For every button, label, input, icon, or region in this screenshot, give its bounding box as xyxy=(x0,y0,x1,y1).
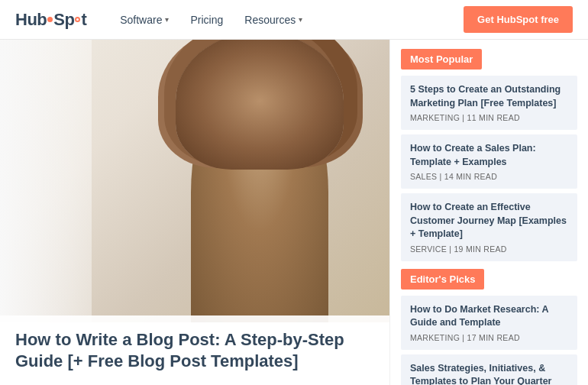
most-popular-section: Most Popular 5 Steps to Create an Outsta… xyxy=(401,49,577,261)
hero-image xyxy=(0,40,389,322)
main-content: How to Write a Blog Post: A Step-by-Step… xyxy=(0,40,588,385)
nav-item-resources[interactable]: Resources ▾ xyxy=(234,0,313,40)
sidebar-card-4[interactable]: How to Do Market Research: A Guide and T… xyxy=(401,296,577,350)
get-hubspot-free-button[interactable]: Get HubSpot free xyxy=(464,6,573,33)
hero-caption: How to Write a Blog Post: A Step-by-Step… xyxy=(0,315,389,385)
editors-picks-label: Editor's Picks xyxy=(401,269,484,290)
sidebar-card-2[interactable]: How to Create a Sales Plan: Template + E… xyxy=(401,134,577,189)
window-light xyxy=(0,40,92,322)
sidebar: Most Popular 5 Steps to Create an Outsta… xyxy=(389,40,588,385)
sidebar-card-3[interactable]: How to Create an Effective Customer Jour… xyxy=(401,193,577,261)
sidebar-card-5-title: Sales Strategies, Initiatives, & Templat… xyxy=(410,362,568,386)
sidebar-card-4-meta: MARKETING | 17 MIN READ xyxy=(410,333,568,342)
nav-item-software[interactable]: Software ▾ xyxy=(109,0,179,40)
sidebar-card-5[interactable]: Sales Strategies, Initiatives, & Templat… xyxy=(401,354,577,386)
sidebar-card-4-title: How to Do Market Research: A Guide and T… xyxy=(410,303,568,330)
sidebar-card-1-meta: MARKETING | 11 MIN READ xyxy=(410,113,568,122)
hero-section[interactable]: How to Write a Blog Post: A Step-by-Step… xyxy=(0,40,389,385)
most-popular-label: Most Popular xyxy=(401,49,482,70)
chevron-down-icon: ▾ xyxy=(165,15,169,24)
nav-label-pricing: Pricing xyxy=(190,14,223,26)
chevron-down-icon-2: ▾ xyxy=(299,15,302,24)
logo[interactable]: HubSpt xyxy=(15,10,86,30)
main-nav: Software ▾ Pricing Resources ▾ xyxy=(109,0,464,40)
sidebar-card-1-title: 5 Steps to Create an Outstanding Marketi… xyxy=(410,83,568,110)
editors-picks-section: Editor's Picks How to Do Market Research… xyxy=(401,269,577,386)
sidebar-card-3-meta: SERVICE | 19 MIN READ xyxy=(410,244,568,254)
sidebar-card-3-title: How to Create an Effective Customer Jour… xyxy=(410,201,568,241)
nav-item-pricing[interactable]: Pricing xyxy=(179,0,234,40)
nav-label-software: Software xyxy=(120,14,162,26)
nav-label-resources: Resources xyxy=(244,14,296,26)
logo-text: HubSpt xyxy=(15,10,86,30)
sidebar-card-2-meta: SALES | 14 MIN READ xyxy=(410,172,568,181)
sidebar-card-2-title: How to Create a Sales Plan: Template + E… xyxy=(410,142,568,169)
sidebar-card-1[interactable]: 5 Steps to Create an Outstanding Marketi… xyxy=(401,76,577,130)
hero-title: How to Write a Blog Post: A Step-by-Step… xyxy=(15,329,374,373)
header: HubSpt Software ▾ Pricing Resources ▾ Ge… xyxy=(0,0,588,40)
